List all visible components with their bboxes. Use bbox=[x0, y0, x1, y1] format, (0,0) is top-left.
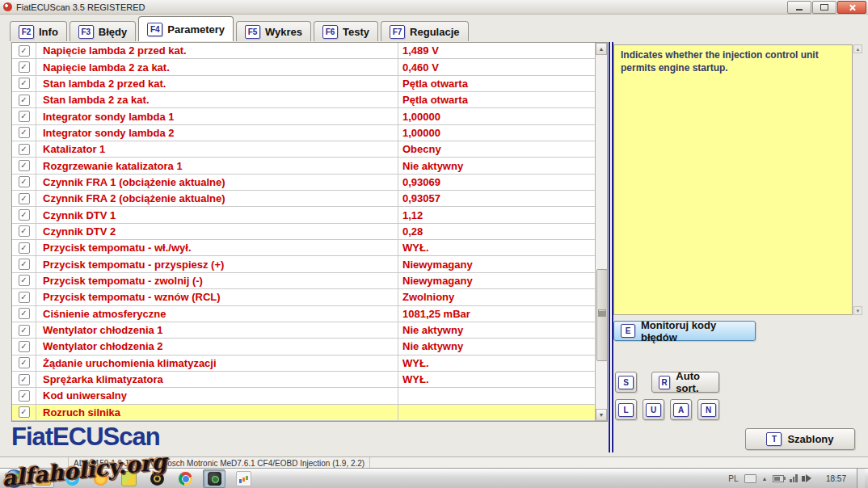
row-checkbox[interactable]: ✓ bbox=[12, 240, 36, 255]
table-row[interactable]: ✓Przycisk tempomatu - zwolnij (-)Niewyma… bbox=[12, 273, 595, 289]
row-checkbox[interactable]: ✓ bbox=[12, 207, 36, 222]
row-checkbox[interactable]: ✓ bbox=[12, 289, 36, 305]
row-checkbox[interactable]: ✓ bbox=[12, 339, 36, 354]
table-row[interactable]: ✓Integrator sondy lambda 21,00000 bbox=[12, 125, 595, 141]
quick-button-l[interactable]: L bbox=[615, 399, 637, 420]
checkbox-icon: ✓ bbox=[19, 45, 30, 57]
taskbar-sun-app-button[interactable] bbox=[90, 470, 111, 487]
tab-b-dy[interactable]: F3Błędy bbox=[70, 21, 136, 41]
param-name: Rozruch silnika bbox=[36, 405, 398, 420]
sort-s-button[interactable]: S bbox=[615, 372, 637, 393]
row-checkbox[interactable]: ✓ bbox=[12, 388, 36, 403]
table-row[interactable]: ✓Przycisk tempomatu - wł./wył.WYŁ. bbox=[12, 240, 595, 256]
row-checkbox[interactable]: ✓ bbox=[12, 273, 36, 288]
checkbox-icon: ✓ bbox=[19, 259, 30, 270]
row-checkbox[interactable]: ✓ bbox=[12, 322, 36, 338]
table-row[interactable]: ✓Katalizator 1Obecny bbox=[12, 141, 595, 158]
show-desktop-button[interactable] bbox=[857, 469, 865, 488]
row-checkbox[interactable]: ✓ bbox=[12, 372, 36, 387]
taskbar-skype-button[interactable]: S bbox=[61, 470, 82, 487]
help-scrollbar[interactable]: ▲ ▼ bbox=[853, 44, 862, 315]
row-checkbox[interactable]: ✓ bbox=[12, 224, 36, 239]
hidden-icons-button[interactable]: ▲ bbox=[762, 476, 768, 482]
table-row[interactable]: ✓Przycisk tempomatu - wznów (RCL)Zwolnio… bbox=[12, 289, 595, 305]
table-row[interactable]: ✓Kod uniwersalny bbox=[12, 388, 595, 404]
scroll-thumb[interactable] bbox=[596, 269, 608, 361]
row-checkbox[interactable]: ✓ bbox=[12, 405, 36, 420]
param-name: Napięcie lambda 2 przed kat. bbox=[36, 43, 398, 58]
monitor-error-codes-button[interactable]: E Monitoruj kody błędów bbox=[613, 321, 756, 341]
table-row[interactable]: ✓Czynnik FRA 2 (obciążenie aktualne)0,93… bbox=[12, 191, 595, 207]
volume-icon[interactable] bbox=[806, 474, 815, 482]
row-checkbox[interactable]: ✓ bbox=[12, 141, 36, 157]
network-icon[interactable] bbox=[790, 474, 798, 482]
taskbar-chrome-button[interactable] bbox=[175, 470, 196, 487]
row-checkbox[interactable]: ✓ bbox=[12, 256, 36, 271]
help-scroll-down-button[interactable]: ▼ bbox=[853, 306, 862, 315]
tab-testy[interactable]: F6Testy bbox=[314, 21, 378, 41]
table-row[interactable]: ✓Rozgrzewanie katalizatora 1Nie aktywny bbox=[12, 158, 595, 174]
tab-key-badge: F2 bbox=[19, 25, 34, 39]
table-row[interactable]: ✓Sprężarka klimatyzatoraWYŁ. bbox=[12, 372, 595, 388]
help-text: Indicates whether the injection control … bbox=[621, 49, 819, 74]
tab-info[interactable]: F2Info bbox=[10, 21, 67, 41]
table-row[interactable]: ✓Ciśnienie atmosferyczne1081,25 mBar bbox=[12, 306, 595, 322]
table-row[interactable]: ✓Wentylator chłodzenia 1Nie aktywny bbox=[12, 322, 595, 339]
table-row[interactable]: ✓Napięcie lambda 2 przed kat.1,489 V bbox=[12, 43, 595, 59]
minimize-button[interactable] bbox=[787, 1, 811, 14]
quick-button-a[interactable]: A bbox=[670, 399, 692, 420]
table-row[interactable]: ✓Żądanie uruchomienia klimatyzacjiWYŁ. bbox=[12, 355, 595, 372]
close-button[interactable] bbox=[837, 1, 866, 14]
checkbox-icon: ✓ bbox=[19, 225, 30, 237]
checkbox-icon: ✓ bbox=[19, 144, 30, 155]
taskbar-notes-app-button[interactable] bbox=[118, 470, 139, 487]
row-checkbox[interactable]: ✓ bbox=[12, 175, 36, 190]
taskbar-media-player-button[interactable] bbox=[146, 470, 167, 487]
tab-parametery[interactable]: F4Parametery bbox=[138, 16, 234, 41]
taskbar-fiatecuscan-button[interactable] bbox=[203, 469, 225, 488]
tab-wykres[interactable]: F5Wykres bbox=[236, 21, 311, 41]
param-value: Niewymagany bbox=[398, 256, 595, 271]
table-row[interactable]: ✓Przycisk tempomatu - przyspiesz (+)Niew… bbox=[12, 256, 595, 272]
param-name: Stan lambda 2 za kat. bbox=[36, 92, 398, 107]
keyboard-icon[interactable] bbox=[744, 474, 756, 483]
row-checkbox[interactable]: ✓ bbox=[12, 76, 36, 91]
table-row[interactable]: ✓Czynnik FRA 1 (obciążenie aktualne)0,93… bbox=[12, 175, 595, 191]
clock[interactable]: 18:57 bbox=[821, 474, 851, 483]
templates-button[interactable]: T Szablony bbox=[745, 428, 855, 450]
row-checkbox[interactable]: ✓ bbox=[12, 59, 36, 74]
auto-sort-button[interactable]: R Auto sort. bbox=[651, 372, 719, 393]
table-row[interactable]: ✓Napięcie lambda 2 za kat.0,460 V bbox=[12, 59, 595, 75]
table-row[interactable]: ✓Rozruch silnika bbox=[12, 405, 595, 421]
tab-regulacje[interactable]: F7Regulacje bbox=[381, 21, 468, 41]
taskbar-chart-app-button[interactable] bbox=[233, 470, 254, 487]
row-checkbox[interactable]: ✓ bbox=[12, 125, 36, 141]
table-row[interactable]: ✓Integrator sondy lambda 11,00000 bbox=[12, 108, 595, 124]
screen: FiatECUScan 3.5 REGISTERED F2InfoF3Błędy… bbox=[0, 0, 868, 488]
quick-button-u[interactable]: U bbox=[643, 399, 664, 420]
table-scrollbar[interactable]: ▲ ▼ bbox=[595, 43, 607, 421]
language-indicator[interactable]: PL bbox=[728, 474, 738, 483]
row-checkbox[interactable]: ✓ bbox=[12, 355, 36, 371]
system-tray: PL ▲ 18:57 bbox=[728, 469, 868, 488]
table-row[interactable]: ✓Czynnik DTV 11,12 bbox=[12, 207, 595, 223]
battery-icon[interactable] bbox=[773, 475, 784, 482]
maximize-button[interactable] bbox=[812, 1, 836, 14]
row-checkbox[interactable]: ✓ bbox=[12, 108, 36, 124]
row-checkbox[interactable]: ✓ bbox=[12, 43, 36, 58]
help-scroll-up-button[interactable]: ▲ bbox=[853, 44, 862, 53]
table-row[interactable]: ✓Stan lambda 2 za kat.Pętla otwarta bbox=[12, 92, 595, 108]
table-row[interactable]: ✓Stan lambda 2 przed kat.Pętla otwarta bbox=[12, 76, 595, 92]
table-row[interactable]: ✓Czynnik DTV 20,28 bbox=[12, 224, 595, 240]
start-button[interactable] bbox=[5, 469, 23, 488]
param-value: 0,93057 bbox=[398, 191, 595, 206]
scroll-up-button[interactable]: ▲ bbox=[596, 43, 607, 55]
row-checkbox[interactable]: ✓ bbox=[12, 92, 36, 107]
taskbar-explorer-button[interactable] bbox=[32, 469, 54, 488]
table-row[interactable]: ✓Wentylator chłodzenia 2Nie aktywny bbox=[12, 339, 595, 355]
quick-button-n[interactable]: N bbox=[697, 399, 719, 420]
row-checkbox[interactable]: ✓ bbox=[12, 306, 36, 322]
row-checkbox[interactable]: ✓ bbox=[12, 191, 36, 206]
scroll-down-button[interactable]: ▼ bbox=[596, 409, 607, 421]
row-checkbox[interactable]: ✓ bbox=[12, 158, 36, 173]
